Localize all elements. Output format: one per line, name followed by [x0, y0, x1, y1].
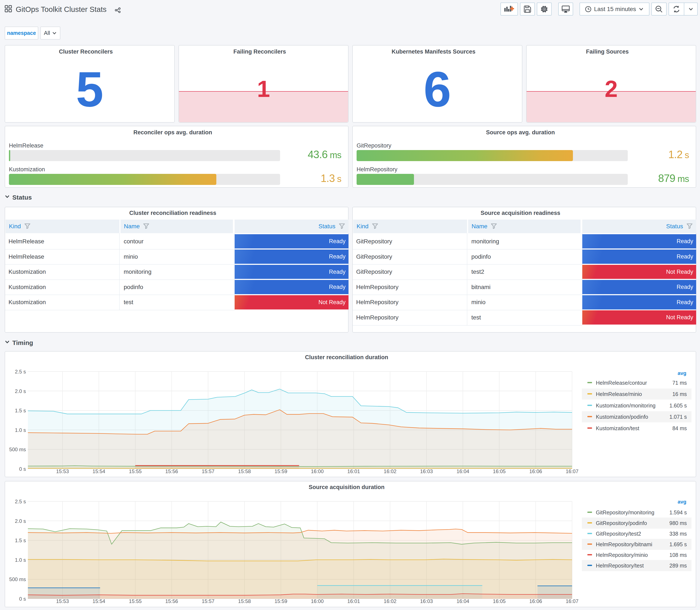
svg-text:16:02: 16:02	[384, 468, 396, 474]
svg-text:15:55: 15:55	[129, 468, 142, 474]
svg-text:15:54: 15:54	[93, 468, 105, 474]
svg-text:15:59: 15:59	[275, 598, 287, 604]
svg-text:16:06: 16:06	[530, 468, 542, 474]
svg-text:0 s: 0 s	[19, 466, 26, 472]
svg-text:15:56: 15:56	[165, 598, 178, 604]
svg-text:16:04: 16:04	[456, 598, 469, 604]
svg-text:0 s: 0 s	[19, 596, 26, 602]
svg-text:15:57: 15:57	[202, 598, 214, 604]
svg-text:16:05: 16:05	[493, 468, 506, 474]
svg-text:1.0 s: 1.0 s	[15, 557, 26, 563]
svg-text:2.5 s: 2.5 s	[15, 369, 26, 374]
svg-text:15:56: 15:56	[165, 468, 178, 474]
svg-text:15:53: 15:53	[56, 468, 69, 474]
svg-text:15:53: 15:53	[56, 598, 69, 604]
svg-text:15:58: 15:58	[238, 598, 251, 604]
svg-text:15:59: 15:59	[275, 468, 287, 474]
svg-text:16:04: 16:04	[456, 468, 469, 474]
svg-text:16:00: 16:00	[311, 468, 324, 474]
svg-text:16:05: 16:05	[493, 598, 506, 604]
svg-text:16:07: 16:07	[566, 468, 579, 474]
svg-text:1.5 s: 1.5 s	[15, 408, 26, 413]
svg-text:2.0 s: 2.0 s	[15, 388, 26, 394]
svg-text:15:55: 15:55	[129, 598, 142, 604]
svg-text:16:01: 16:01	[347, 598, 360, 604]
svg-text:16:06: 16:06	[530, 598, 542, 604]
svg-text:1.5 s: 1.5 s	[15, 537, 26, 543]
svg-text:1.0 s: 1.0 s	[15, 427, 26, 433]
svg-text:16:01: 16:01	[347, 468, 360, 474]
svg-text:15:57: 15:57	[202, 468, 214, 474]
svg-text:16:03: 16:03	[420, 468, 433, 474]
svg-text:2.5 s: 2.5 s	[15, 499, 26, 504]
svg-text:500 ms: 500 ms	[9, 447, 26, 452]
svg-text:15:58: 15:58	[238, 468, 251, 474]
svg-text:16:02: 16:02	[384, 598, 396, 604]
svg-text:16:00: 16:00	[311, 598, 324, 604]
svg-text:16:07: 16:07	[566, 598, 579, 604]
svg-text:15:54: 15:54	[93, 598, 105, 604]
svg-text:500 ms: 500 ms	[9, 576, 26, 582]
svg-text:2.0 s: 2.0 s	[15, 518, 26, 524]
svg-text:16:03: 16:03	[420, 598, 433, 604]
